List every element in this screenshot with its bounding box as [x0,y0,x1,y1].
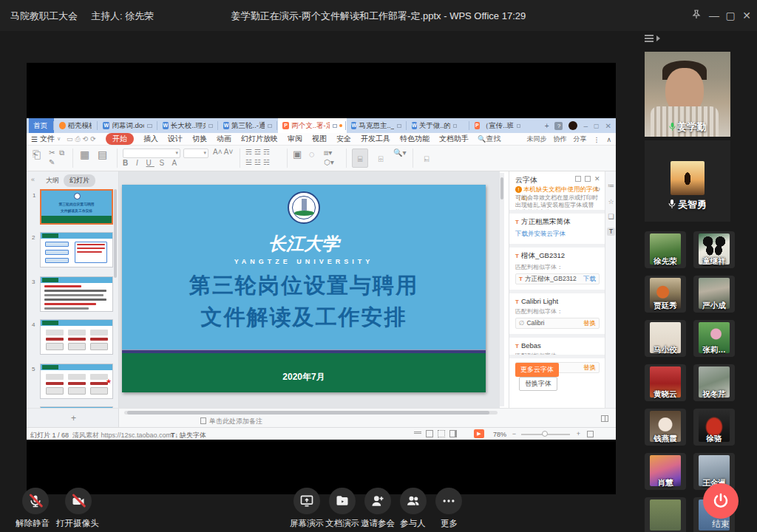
font-family-combo [123,149,180,158]
current-slide: 长江大学 YANGTZE UNIVERSITY 第三轮岗位设置与聘用 文件解读及… [122,185,486,392]
font-pane-icon: T [607,228,615,236]
menu-item: 幻灯片放映 [241,134,278,144]
notes-placeholder: 单击此处添加备注 [209,417,262,425]
presenter-video-tile[interactable]: 姜学勤 [645,52,730,137]
slide-thumbnail-panel: « 大纲 幻灯片 1第三轮岗位设置与聘用文件解读及工作安排2345★6 [27,171,119,408]
font-size-combo [183,149,208,158]
presenter-name: 姜学勤 [678,121,707,132]
screen-share-button[interactable] [293,488,320,514]
wps-tab: 首页 [29,118,54,133]
camera-label: 打开摄像头 [56,518,99,529]
font-card: TCalibri Light匹配到相似字体：∅Calibri替换 [509,290,605,334]
menu-item: 开始 [106,133,134,145]
outline-tab: 大纲 [46,176,59,185]
participant-tile[interactable] [645,497,686,532]
unmute-button[interactable] [22,488,49,514]
wps-tab: W长大校..理办法 [158,118,217,133]
minimize-button[interactable]: — [707,8,722,23]
participant-tile[interactable]: 钱燕霞 [645,409,686,446]
replace-tool-button: ⌹ [373,149,389,168]
participant-tile[interactable]: 张莉… [693,320,735,357]
members-button[interactable] [400,488,427,514]
menu-item: 动画 [217,134,231,144]
list-icons: ☱☳☵ [245,158,272,166]
participant-tile[interactable]: 祝冬芹 [693,364,735,401]
hamburger-icon: ☰ [31,135,38,143]
shared-screen-video: 首页稻壳模板W闭幕词.docW长大校..理办法W第三轮..-通知P两个文..署-… [27,63,616,494]
collapse-sidebar-button[interactable] [645,33,662,44]
slide-date: 2020年7月 [122,371,486,383]
more-button[interactable] [435,488,462,514]
pin-icon[interactable] [689,8,704,23]
effects-icon: ⬡▾ [324,158,334,166]
speaker-name: 吴智勇 [678,199,707,210]
notes-icon [200,417,206,424]
find-replace-icon: 🔍▾ [393,149,407,157]
wps-tab: W闭幕词.doc [98,118,157,133]
invite-button[interactable] [364,488,391,514]
refresh-icon: ↻ [594,185,600,193]
share-button: 分享 [573,134,586,144]
file-menu: 文件 [40,134,55,144]
participant-name: 祝冬芹 [690,389,738,400]
font-card: T楷体_GB2312匹配到相似字体：T方正楷体_GB2312下载 [509,244,605,290]
end-meeting-button[interactable] [703,483,739,519]
invite-label: 邀请参会 [361,518,395,529]
maximize-button[interactable]: ▢ [723,8,738,23]
members-label: 参与人 [400,518,426,529]
wps-menu-bar: ☰文件∨ ▭⎙⟲⟳ 开始插入设计切换动画幻灯片放映审阅视图安全开发工具特色功能文… [27,133,616,146]
participant-tile[interactable]: 徐骆 [693,409,735,446]
zoom-slider-knob [542,431,548,437]
participant-tile[interactable]: 徐先荣 [645,231,686,268]
participant-tile[interactable]: 黄晓云 [645,364,686,401]
speaker-video-tile[interactable]: 吴智勇 [645,140,730,222]
camera-button[interactable] [65,488,92,514]
participant-tile[interactable]: 童继祥 [693,231,735,268]
slide-thumbnail: 3 [40,276,113,312]
fit-window-icon [587,431,594,437]
new-slide-icon: ▦ [80,149,89,160]
participant-tile[interactable]: 严小成 [693,276,735,313]
participant-tile[interactable]: 马小佼 [645,320,686,357]
menu-item: 特色功能 [400,134,430,144]
menu-item: 插入 [143,134,158,144]
pin-pane-icon [585,176,591,182]
participant-name: 徐骆 [690,434,738,444]
canvas-horizontal-scrollbar [124,411,498,415]
participant-tile[interactable]: 贾廷秀 [645,276,686,313]
menu-item: 审阅 [288,134,302,144]
slide-title-line1: 第三轮岗位设置与聘用 [122,271,486,301]
zoom-out-icon: − [512,430,516,437]
university-name-cn: 长江大学 [122,232,486,256]
format-painter-icon: ✎ [49,158,55,166]
screen-share-label: 屏幕演示 [290,518,324,529]
slide-thumbnail: 1第三轮岗位设置与聘用文件解读及工作安排 [40,189,113,225]
doc-share-label: 文档演示 [325,518,359,529]
wps-minimize-icon: – [583,122,588,130]
slide-title-line2: 文件解读及工作安排 [122,303,486,332]
search-icon: 🔍 [478,135,486,143]
doc-share-button[interactable] [329,488,356,514]
quick-access-icons: ▭⎙⟲⟳ [67,135,98,143]
paste-icon: ⎗ [33,149,41,161]
participant-tile[interactable]: 肖慧 [645,453,686,490]
unmute-label: 解除静音 [16,518,50,529]
menu-item: 开发工具 [361,134,390,144]
new-tab-icon: + [545,122,549,130]
missing-font-label: 缺失字体 [180,432,206,439]
close-button[interactable]: ✕ [739,8,754,23]
participant-name: 童继祥 [690,256,738,267]
participant-name: 严小成 [690,301,738,311]
more-label: 更多 [441,518,458,529]
meeting-window: 马院教职工大会主持人: 徐先荣 姜学勤正在演示-两个文件解读和工作部署-定.pp… [0,0,757,532]
more-cloud-fonts-button: 更多云字体 [515,363,559,377]
shapes-icon: ◌ [309,149,315,160]
wps-maximize-icon: ▢ [594,123,600,129]
participant-grid: 徐先荣童继祥贾廷秀严小成马小佼张莉…黄晓云祝冬芹钱燕霞徐骆肖慧王金洲 [642,231,757,532]
find-label: 查找 [486,134,500,143]
layout-icon: ▤ [98,149,107,160]
thumbnail-list: 1第三轮岗位设置与聘用文件解读及工作安排2345★6 [27,188,119,408]
view-mode-icons [414,430,457,437]
cut-icon: ✂ [49,149,55,157]
wps-ribbon-tabs: 开始插入设计切换动画幻灯片放映审阅视图安全开发工具特色功能文档助手 [106,133,469,145]
